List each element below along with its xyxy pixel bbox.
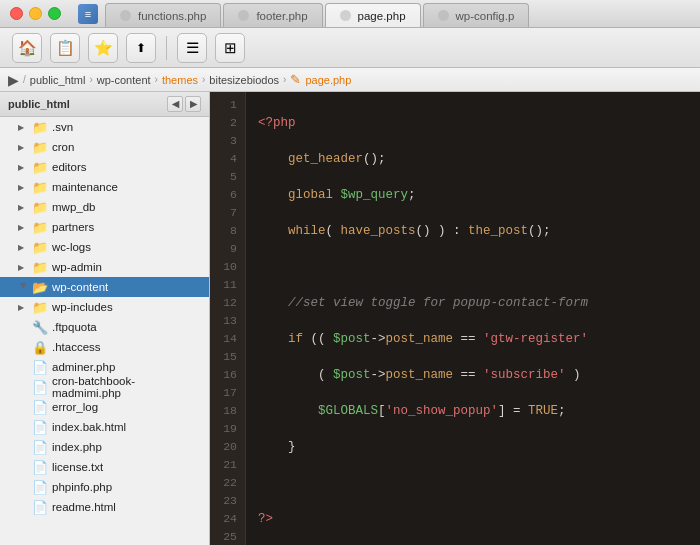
folder-arrow-maintenance: ▶: [18, 183, 28, 192]
sidebar-item-index-bak[interactable]: ▶ 📄 index.bak.html: [0, 417, 209, 437]
toolbar: 🏠 📋 ⭐ ⬆ ☰ ⊞: [0, 28, 700, 68]
file-icon-ftpquota: 🔧: [32, 320, 48, 335]
folder-arrow-cron: ▶: [18, 143, 28, 152]
breadcrumb-sep-4: ›: [283, 74, 286, 85]
tab-functions-php[interactable]: functions.php: [105, 3, 221, 27]
sidebar-item-adminer[interactable]: ▶ 📄 adminer.php: [0, 357, 209, 377]
sidebar-item-editors[interactable]: ▶ 📁 editors: [0, 157, 209, 177]
sidebar-label-adminer: adminer.php: [52, 361, 115, 373]
sidebar-label-partners: partners: [52, 221, 94, 233]
sidebar-item-wc-logs[interactable]: ▶ 📁 wc-logs: [0, 237, 209, 257]
bookmark-button[interactable]: ⭐: [88, 33, 118, 63]
sidebar-item-readme[interactable]: ▶ 📄 readme.html: [0, 497, 209, 517]
tab-page-php[interactable]: page.php: [325, 3, 421, 27]
maximize-button[interactable]: [48, 7, 61, 20]
sidebar-item-partners[interactable]: ▶ 📁 partners: [0, 217, 209, 237]
sidebar-label-indexphp: index.php: [52, 441, 102, 453]
editor-content[interactable]: 12345 678910 1112131415 1617181920 21222…: [210, 92, 700, 545]
close-button[interactable]: [10, 7, 23, 20]
list-button[interactable]: ☰: [177, 33, 207, 63]
editor-area: 12345 678910 1112131415 1617181920 21222…: [210, 92, 700, 545]
tab-footer-php[interactable]: footer.php: [223, 3, 322, 27]
sidebar-label-wpadmin: wp-admin: [52, 261, 102, 273]
code-display[interactable]: <?php get_header(); global $wp_query; wh…: [246, 92, 700, 545]
sidebar-label-wpcontent: wp-content: [52, 281, 108, 293]
tab-close-functions[interactable]: [120, 10, 131, 21]
layout-button[interactable]: ⊞: [215, 33, 245, 63]
sidebar-label-wpincludes: wp-includes: [52, 301, 113, 313]
sidebar-item-index-php[interactable]: ▶ 📄 index.php: [0, 437, 209, 457]
folder-icon-cron: 📁: [32, 140, 48, 155]
sidebar-nav-arrows[interactable]: ◀ ▶: [167, 96, 201, 112]
tab-wp-config[interactable]: wp-config.p: [423, 3, 530, 27]
folder-icon-wpincludes: 📁: [32, 300, 48, 315]
sidebar-label-wclogs: wc-logs: [52, 241, 91, 253]
sidebar-item-maintenance[interactable]: ▶ 📁 maintenance: [0, 177, 209, 197]
sidebar-next-btn[interactable]: ▶: [185, 96, 201, 112]
sidebar-label-maintenance: maintenance: [52, 181, 118, 193]
breadcrumb-sep-1: ›: [89, 74, 92, 85]
breadcrumb-sep-3: ›: [202, 74, 205, 85]
folder-icon-svn: 📁: [32, 120, 48, 135]
breadcrumb-wp-content[interactable]: wp-content: [97, 74, 151, 86]
file-icon-errorlog: 📄: [32, 400, 48, 415]
sidebar-item-phpinfo[interactable]: ▶ 📄 phpinfo.php: [0, 477, 209, 497]
file-icon: ✎: [290, 72, 301, 87]
folder-arrow-svn: ▶: [18, 123, 28, 132]
home-button[interactable]: 🏠: [12, 33, 42, 63]
sidebar-prev-btn[interactable]: ◀: [167, 96, 183, 112]
folder-arrow-editors: ▶: [18, 163, 28, 172]
file-icon-adminer: 📄: [32, 360, 48, 375]
sidebar-item-wp-content[interactable]: ▶ 📂 wp-content: [0, 277, 209, 297]
tab-close-page[interactable]: [340, 10, 351, 21]
sidebar-item-wp-admin[interactable]: ▶ 📁 wp-admin: [0, 257, 209, 277]
breadcrumb-bitesizebiodos[interactable]: bitesizebiodos: [209, 74, 279, 86]
sidebar-label-htaccess: .htaccess: [52, 341, 101, 353]
folder-arrow-wpadmin: ▶: [18, 263, 28, 272]
folder-arrow-wpincludes: ▶: [18, 303, 28, 312]
tab-close-wpconfig[interactable]: [438, 10, 449, 21]
app-icon: ≡: [78, 4, 98, 24]
sidebar-label-errorlog: error_log: [52, 401, 98, 413]
sidebar-label-editors: editors: [52, 161, 87, 173]
sidebar-item-wp-includes[interactable]: ▶ 📁 wp-includes: [0, 297, 209, 317]
breadcrumb-bar: ▶ / public_html › wp-content › themes › …: [0, 68, 700, 92]
sidebar-label-svn: .svn: [52, 121, 73, 133]
sidebar-item-cron[interactable]: ▶ 📁 cron: [0, 137, 209, 157]
copy-button[interactable]: 📋: [50, 33, 80, 63]
git-button[interactable]: ⬆: [126, 33, 156, 63]
tab-bar: functions.php footer.php page.php wp-con…: [105, 1, 700, 27]
minimize-button[interactable]: [29, 7, 42, 20]
breadcrumb-public-html[interactable]: public_html: [30, 74, 86, 86]
file-icon-license: 📄: [32, 460, 48, 475]
title-bar: ≡ functions.php footer.php page.php wp-c…: [0, 0, 700, 28]
breadcrumb-nav-icon[interactable]: ▶: [8, 72, 19, 88]
tab-close-footer[interactable]: [238, 10, 249, 21]
folder-icon-wpcontent: 📂: [32, 280, 48, 295]
sidebar-label-cronbatch: cron-batchbook-madmimi.php: [52, 375, 203, 399]
breadcrumb-sep-0: /: [23, 74, 26, 85]
sidebar-item-error-log[interactable]: ▶ 📄 error_log: [0, 397, 209, 417]
sidebar-item-mwp-db[interactable]: ▶ 📁 mwp_db: [0, 197, 209, 217]
folder-icon-mwpdb: 📁: [32, 200, 48, 215]
file-icon-cronbatch: 📄: [32, 380, 48, 395]
sidebar-item-license[interactable]: ▶ 📄 license.txt: [0, 457, 209, 477]
sidebar-label-indexbak: index.bak.html: [52, 421, 126, 433]
sidebar-item-cron-batchbook[interactable]: ▶ 📄 cron-batchbook-madmimi.php: [0, 377, 209, 397]
main-layout: public_html ◀ ▶ ▶ 📁 .svn ▶ 📁 cron ▶ 📁 ed…: [0, 92, 700, 545]
folder-icon-maintenance: 📁: [32, 180, 48, 195]
sidebar-item-svn[interactable]: ▶ 📁 .svn: [0, 117, 209, 137]
file-icon-indexbak: 📄: [32, 420, 48, 435]
sidebar-label-cron: cron: [52, 141, 74, 153]
folder-icon-wpadmin: 📁: [32, 260, 48, 275]
sidebar-item-htaccess[interactable]: ▶ 🔒 .htaccess: [0, 337, 209, 357]
breadcrumb-page-php[interactable]: page.php: [305, 74, 351, 86]
file-icon-htaccess: 🔒: [32, 340, 48, 355]
toolbar-separator: [166, 36, 167, 60]
sidebar-item-ftpquota[interactable]: ▶ 🔧 .ftpquota: [0, 317, 209, 337]
breadcrumb-themes[interactable]: themes: [162, 74, 198, 86]
folder-arrow-mwpdb: ▶: [18, 203, 28, 212]
file-icon-readme: 📄: [32, 500, 48, 515]
traffic-lights[interactable]: [0, 7, 61, 20]
folder-icon-wclogs: 📁: [32, 240, 48, 255]
